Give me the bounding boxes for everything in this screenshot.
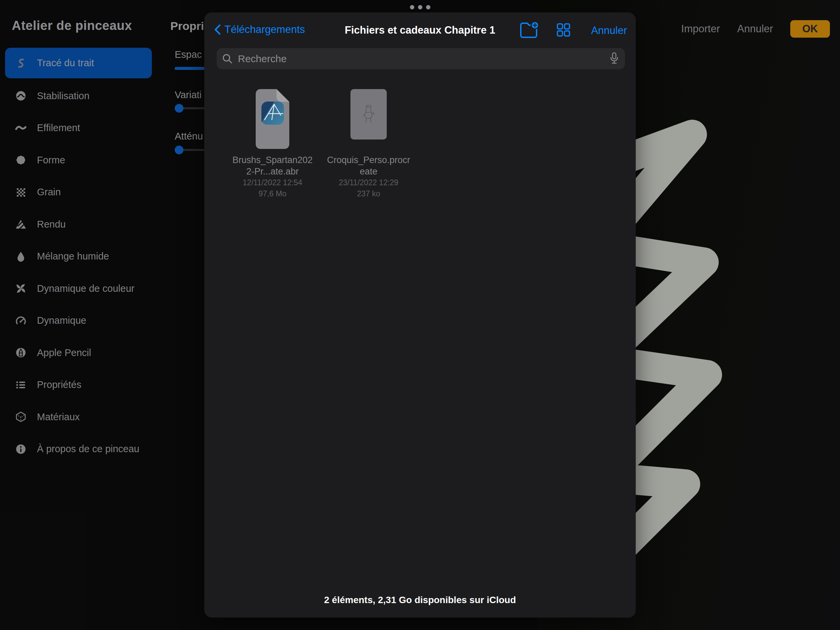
file-name: Croquis_Perso.procreate [326, 154, 411, 177]
files-picker-modal: Téléchargements Fichiers et cadeaux Chap… [204, 13, 636, 617]
multitasking-indicator[interactable] [0, 5, 840, 9]
storage-status: 2 éléments, 2,31 Go disponibles sur iClo… [204, 595, 636, 605]
dot [426, 5, 430, 9]
search-icon [222, 53, 233, 65]
dot [418, 5, 422, 9]
modal-title: Fichiers et cadeaux Chapitre 1 [204, 24, 636, 36]
file-size: 97,6 Mo [258, 188, 286, 199]
modal-cancel-button[interactable]: Annuler [587, 25, 627, 36]
dot [410, 5, 414, 9]
modal-header: Téléchargements Fichiers et cadeaux Chap… [204, 13, 636, 47]
procreate-file-icon [351, 89, 387, 154]
microphone-icon [609, 52, 619, 66]
search-bar[interactable] [217, 48, 625, 69]
view-options-button[interactable] [556, 23, 570, 37]
file-name: Brushs_Spartan2022-Pr...ate.abr [230, 154, 315, 177]
abr-affinity-file-icon [256, 89, 289, 154]
search-input[interactable] [237, 53, 609, 65]
file-date: 23/11/2022 12:29 [339, 177, 398, 188]
file-size: 237 ko [357, 188, 380, 199]
file-item-procreate[interactable]: Croquis_Perso.procreate 23/11/2022 12:29… [321, 89, 417, 199]
grid-view-icon [556, 23, 570, 37]
file-item-abr[interactable]: Brushs_Spartan2022-Pr...ate.abr 12/11/20… [224, 89, 321, 199]
new-folder-icon [519, 21, 539, 39]
sketch-doodle [361, 103, 376, 125]
new-folder-button[interactable] [519, 21, 539, 39]
file-date: 12/11/2022 12:54 [243, 177, 302, 188]
file-grid: Brushs_Spartan2022-Pr...ate.abr 12/11/20… [224, 89, 417, 199]
